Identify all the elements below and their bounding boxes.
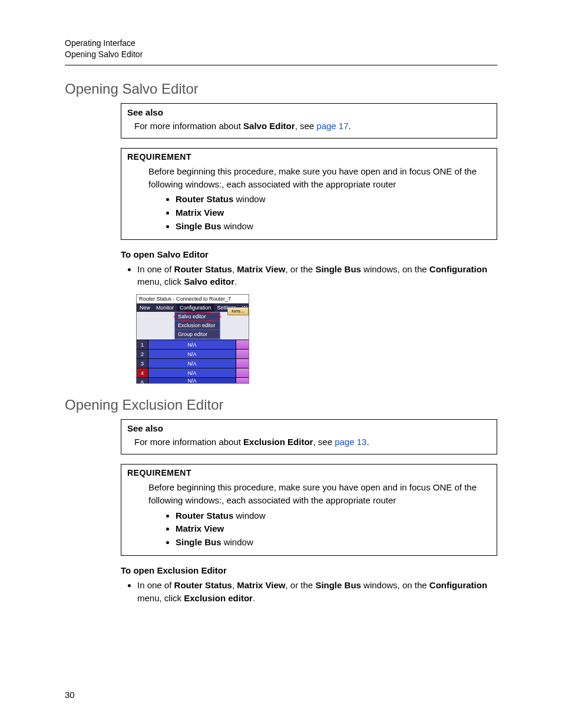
see-also-label: See also [127, 423, 491, 433]
req-item: Router Status window [176, 193, 491, 206]
shot-menu-new: New [137, 304, 153, 312]
requirement-list: Router Status window Matrix View Single … [148, 193, 491, 232]
requirement-label: REQUIREMENT [127, 468, 491, 477]
requirement-box-salvo: REQUIREMENT Before beginning this proced… [121, 148, 497, 240]
head-rule [65, 65, 497, 65]
procedure-heading-exclusion: To open Exclusion Editor [121, 565, 497, 575]
requirement-text: Before beginning this procedure, make su… [148, 165, 491, 191]
req-item: Single Bus window [176, 220, 491, 233]
procedure-step: In one of Router Status, Matrix View, or… [137, 263, 497, 289]
shot-dropdown-exclusion: Exclusion editor [175, 321, 220, 330]
req-item: Matrix View [176, 206, 491, 219]
see-also-text: For more information about Exclusion Edi… [127, 436, 491, 448]
running-head: Operating Interface Opening Salvo Editor [65, 38, 497, 60]
shot-side-button: ions... [227, 307, 249, 315]
requirement-label: REQUIREMENT [127, 152, 491, 162]
page-number: 30 [65, 690, 75, 700]
requirement-text: Before beginning this procedure, make su… [148, 481, 491, 507]
requirement-box-exclusion: REQUIREMENT Before beginning this proced… [121, 464, 497, 556]
running-head-chapter: Operating Interface [65, 38, 497, 49]
see-also-label: See also [127, 107, 491, 117]
procedure-steps-exclusion: In one of Router Status, Matrix View, or… [121, 579, 497, 605]
req-item: Single Bus window [176, 536, 491, 549]
req-item: Matrix View [176, 522, 491, 535]
link-page-13[interactable]: page 13 [335, 437, 366, 447]
shot-dropdown-salvo: Salvo editor [175, 312, 220, 321]
procedure-steps-salvo: In one of Router Status, Matrix View, or… [121, 263, 497, 289]
see-also-box-exclusion: See also For more information about Excl… [121, 419, 497, 454]
embedded-screenshot: Router Status - Connected to Router_7 Ne… [136, 294, 249, 384]
shot-dropdown: Salvo editor Exclusion editor Group edit… [174, 312, 220, 340]
shot-menu-monitor: Monitor [153, 304, 177, 312]
see-also-box-salvo: See also For more information about Salv… [121, 103, 497, 139]
see-also-text: For more information about Salvo Editor,… [127, 120, 491, 132]
shot-grid: 1N/A 2N/A 3N/A 4N/A 5N/A [137, 340, 249, 383]
shot-menu-configuration: Configuration [177, 304, 214, 312]
section-title-exclusion: Opening Exclusion Editor [65, 397, 497, 413]
shot-titlebar: Router Status - Connected to Router_7 [137, 295, 249, 304]
procedure-step: In one of Router Status, Matrix View, or… [137, 579, 497, 605]
running-head-topic: Opening Salvo Editor [65, 49, 497, 60]
shot-dropdown-group: Group editor [175, 330, 220, 339]
link-page-17[interactable]: page 17 [316, 121, 348, 131]
requirement-list: Router Status window Matrix View Single … [148, 509, 491, 549]
section-title-salvo: Opening Salvo Editor [65, 81, 497, 97]
req-item: Router Status window [176, 509, 491, 522]
procedure-heading-salvo: To open Salvo Editor [121, 249, 497, 259]
